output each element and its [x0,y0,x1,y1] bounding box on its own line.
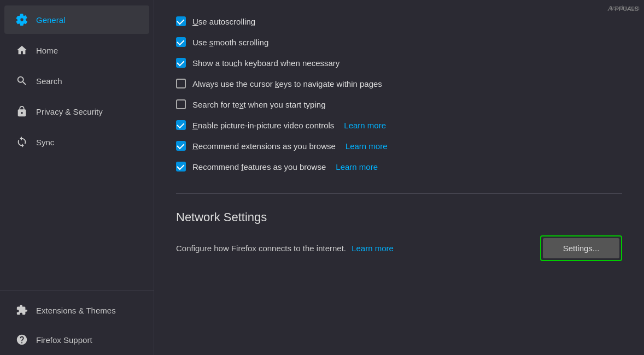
checkbox-recommend-feat-label: Recommend features as you browse [192,162,326,171]
checkbox-row-recommend-ext: Recommend extensions as you browse Learn… [176,135,622,156]
question-icon [15,333,28,346]
learn-more-network[interactable]: Learn more [352,244,394,253]
sidebar-item-sync-label: Sync [36,138,54,147]
network-settings-title: Network Settings [176,210,622,224]
checkbox-row-pip: Enable picture-in-picture video controls… [176,115,622,135]
sidebar-item-privacy[interactable]: Privacy & Security [4,97,149,126]
checkbox-row-recommend-feat: Recommend features as you browse Learn m… [176,156,622,177]
checkbox-pip-label: Enable picture-in-picture video controls [192,121,334,130]
learn-more-recommend-ext[interactable]: Learn more [346,141,388,151]
checkbox-recommend-feat[interactable] [176,162,186,171]
checkbox-row-autoscroll: Use autoscrolling [176,11,622,32]
checkbox-row-cursor-keys: Always use the cursor keys to navigate w… [176,73,622,94]
sidebar-item-support[interactable]: Firefox Support [4,326,149,354]
network-settings-row: Configure how Firefox connects to the in… [176,235,622,261]
sidebar-item-home[interactable]: Home [4,36,149,64]
checkbox-smooth-scroll[interactable] [176,37,186,47]
sidebar-item-home-label: Home [36,46,58,55]
sidebar-item-sync[interactable]: Sync [4,128,149,156]
checkbox-row-smooth-scroll: Use smooth scrolling [176,32,622,52]
gear-icon [15,13,28,26]
network-settings-section: Network Settings Configure how Firefox c… [176,210,622,261]
checkbox-text-search[interactable] [176,99,186,109]
checkbox-text-search-label: Search for text when you start typing [192,100,325,109]
sidebar-item-search[interactable]: Search [4,67,149,95]
puzzle-icon [15,304,28,317]
checkbox-row-text-search: Search for text when you start typing [176,94,622,115]
checkbox-autoscroll[interactable] [176,16,186,26]
checkbox-touch-keyboard[interactable] [176,58,186,68]
checkbox-cursor-keys-label: Always use the cursor keys to navigate w… [192,79,382,88]
sidebar-item-search-label: Search [36,76,62,86]
checkbox-smooth-scroll-label: Use smooth scrolling [192,38,268,47]
main-content: A PPUALS Use autoscrolling Use smooth sc… [154,0,644,355]
sidebar-item-privacy-label: Privacy & Security [36,107,103,116]
checkbox-recommend-ext-label: Recommend extensions as you browse [192,141,336,151]
sidebar-item-support-label: Firefox Support [36,335,92,345]
network-settings-button[interactable]: Settings... [543,238,619,258]
sidebar-item-general-label: General [36,15,65,25]
checkbox-cursor-keys[interactable] [176,79,186,88]
checkbox-list: Use autoscrolling Use smooth scrolling S… [176,11,622,177]
sidebar: General Home Search Privacy & Security [0,0,154,355]
learn-more-pip[interactable]: Learn more [344,121,386,130]
learn-more-recommend-feat[interactable]: Learn more [336,162,378,171]
home-icon [15,44,28,57]
network-settings-description: Configure how Firefox connects to the in… [176,244,529,253]
section-divider [176,193,622,194]
checkbox-row-touch-keyboard: Show a touch keyboard when necessary [176,52,622,73]
checkbox-pip[interactable] [176,120,186,130]
sidebar-item-extensions[interactable]: Extensions & Themes [4,296,149,324]
search-icon [15,74,28,87]
sync-icon [15,135,28,149]
lock-icon [15,105,28,118]
checkbox-recommend-ext[interactable] [176,141,186,151]
checkbox-touch-keyboard-label: Show a touch keyboard when necessary [192,58,339,68]
settings-button-wrapper: Settings... [540,235,622,261]
sidebar-item-extensions-label: Extensions & Themes [36,306,116,315]
checkbox-autoscroll-label: Use autoscrolling [192,17,255,26]
watermark: wsxdn.com [610,4,640,11]
sidebar-item-general[interactable]: General [4,5,149,34]
